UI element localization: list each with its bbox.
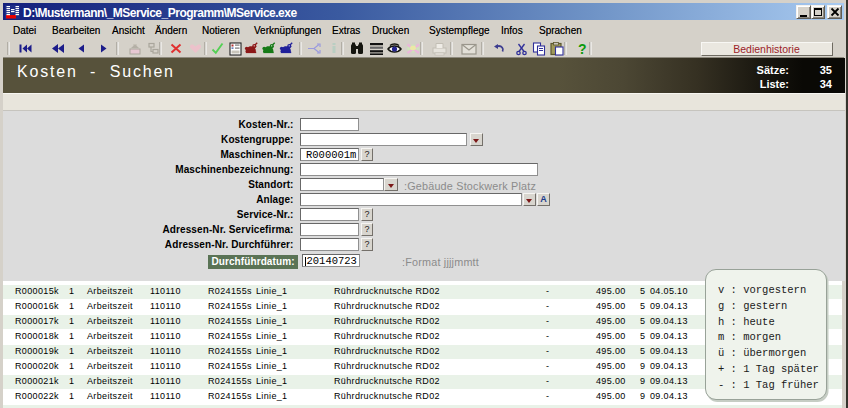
svg-text:?: ? — [578, 41, 587, 57]
